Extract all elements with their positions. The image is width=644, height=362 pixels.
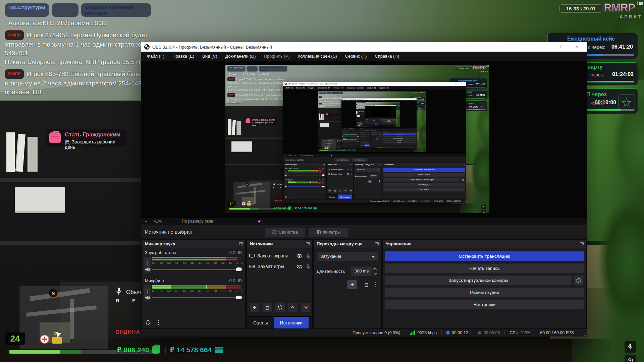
tab-scenes[interactable]: Сцены (247, 317, 274, 328)
chat-line: отправлен в тюрьму на 1 час администрато… (5, 40, 151, 58)
obs-preview-canvas[interactable]: Гос.Структуры Старший лейтенант юстиции … (141, 61, 587, 218)
controls-dock: Управление Остановить трансляцию Начать … (383, 240, 586, 328)
filters-button[interactable]: Фильтры (309, 227, 349, 237)
volume-slider[interactable] (152, 269, 241, 270)
fps-counter: 106 (637, 1, 643, 6)
sources-header[interactable]: Источники (247, 240, 312, 248)
move-down-button[interactable] (301, 303, 310, 312)
add-transition-button[interactable]: + (347, 280, 357, 289)
unlock-icon[interactable] (306, 264, 310, 269)
fit-to-window[interactable]: По размеру окна (182, 219, 213, 224)
tooltip-title: Стать Гражданским (65, 131, 120, 138)
bg-folder-stack (15, 187, 65, 211)
properties-button[interactable]: Свойства (265, 227, 305, 237)
stop-streaming-button[interactable]: Остановить трансляцию (385, 251, 584, 261)
virtual-camera-config-button[interactable] (574, 276, 583, 285)
slider-handle[interactable] (236, 296, 242, 299)
volume-slider[interactable] (152, 297, 241, 298)
menu-edit[interactable]: Правка (E) (168, 52, 198, 61)
close-button[interactable]: × (569, 42, 584, 52)
chat-line: в тюрьму на 2 часа администратором 254-1… (5, 79, 151, 88)
chat-line: Никита Смирнов, причина: NRP (ранее 15:5… (5, 58, 151, 66)
tab-sources[interactable]: Источники (274, 317, 309, 328)
transition-menu-button[interactable] (375, 282, 376, 287)
source-row-game-capture[interactable]: Захват игры (249, 261, 310, 272)
preview-zoom-row: – 41% + По размеру окна (141, 218, 587, 225)
chat-tabs: Гос.Структуры Старший лейтенант юстиции (5, 3, 151, 17)
resize-grip[interactable] (584, 333, 586, 336)
daily-case-label: с через: (588, 45, 605, 50)
popout-icon[interactable] (580, 242, 584, 245)
fps-status: 60.00 / 60.00 FPS (535, 330, 579, 335)
mute-button[interactable] (144, 294, 151, 301)
mixer-toolbar (146, 320, 159, 325)
chevron-down-icon[interactable] (258, 221, 261, 223)
start-recording-button[interactable]: Начать запись (385, 263, 584, 273)
slider-handle[interactable] (236, 267, 242, 271)
controls-header[interactable]: Управление (383, 240, 586, 248)
remove-source-button[interactable] (263, 303, 272, 312)
mixer-menu-button[interactable] (158, 320, 159, 325)
obs-titlebar[interactable]: OBS 32.0.4 - Профиль: Безымянный - Сцены… (141, 42, 587, 52)
source-label: Захват игры (258, 264, 284, 269)
source-toolbar-row: Источник не выбран Свойства Фильтры (141, 225, 587, 239)
menu-view[interactable]: Вид (V) (198, 52, 221, 61)
minimize-button[interactable]: – (540, 42, 554, 52)
transition-select[interactable]: Затухание (317, 251, 378, 261)
popout-icon[interactable] (375, 242, 379, 245)
source-row-display-capture[interactable]: Захват экрана (249, 251, 310, 261)
menu-scene-collection[interactable]: Коллекция сцен (S) (294, 52, 341, 61)
chevron-down-icon[interactable] (374, 271, 378, 275)
record-icon (478, 331, 481, 335)
duration-spinner[interactable] (372, 266, 378, 276)
advanced-audio-button gear-icon[interactable] (146, 320, 151, 325)
menu-tools[interactable]: Сервис (T) (341, 52, 371, 61)
menu-profile[interactable]: Профиль (P) (260, 52, 293, 61)
bp-time: 00:10:00 (595, 100, 616, 106)
obs-logo-icon (144, 44, 150, 50)
menu-help[interactable]: Справка (H) (371, 52, 403, 61)
chat-tab-3[interactable]: Старший лейтенант юстиции (81, 3, 151, 17)
studio-mode-button[interactable]: Режим студии (385, 288, 584, 297)
maximize-button[interactable]: □ (554, 42, 569, 52)
corner-target-button[interactable] (625, 355, 636, 362)
chat-tab-gos[interactable]: Гос.Структуры (5, 3, 49, 17)
server-district: АРБАТ (620, 14, 642, 19)
menu-file[interactable]: Файл (F) (143, 52, 168, 61)
eye-icon[interactable] (297, 254, 302, 258)
obs-window-title: OBS 32.0.4 - Профиль: Безымянный - Сцены… (152, 45, 272, 50)
corner-mic-button[interactable] (625, 341, 636, 353)
chat-tab-2[interactable] (52, 3, 78, 17)
duration-input[interactable]: 300 ms (351, 266, 372, 276)
rmrp-badge: RMRP (5, 69, 24, 79)
signal-bars-icon (410, 330, 415, 335)
popout-icon[interactable] (239, 242, 243, 245)
channel-db: 0.0 dB (229, 278, 242, 283)
channel-db: 0.0 dB (229, 250, 242, 255)
sources-toolbar: + (250, 303, 310, 312)
chevron-up-icon[interactable] (373, 267, 377, 271)
mute-button[interactable] (144, 266, 151, 273)
remove-transition-button[interactable] (361, 280, 371, 289)
add-source-button[interactable]: + (250, 303, 259, 312)
obs-statusbar: Пропуск кадров 0 (0.0%) 9025 kbps 00:00:… (141, 328, 587, 337)
compass-icon: N (49, 289, 57, 297)
transitions-header[interactable]: Переходы между сце... (314, 240, 381, 248)
money-bar: ₽ 906 240 || ₽ 14 578 664 (117, 346, 223, 354)
popout-icon[interactable] (306, 242, 310, 245)
settings-button[interactable]: Настройки (385, 300, 584, 309)
chat-line: причина: DB (5, 88, 151, 97)
zoom-in-button[interactable]: + (170, 219, 172, 224)
volume-meter (152, 285, 241, 287)
salary-time: 01:24:02 (612, 71, 634, 77)
source-properties-button gear-icon[interactable] (275, 303, 285, 312)
virtual-camera-button[interactable]: Запуск виртуальной камеры (385, 276, 572, 285)
move-up-button[interactable] (288, 303, 298, 312)
mixer-header[interactable]: Микшер звука (142, 240, 245, 248)
menu-docks[interactable]: Док-панели (D) (221, 52, 260, 61)
zoom-level: 41% (154, 219, 162, 224)
zoom-out-button[interactable]: – (145, 219, 147, 224)
server-logo-text: RMRP (604, 1, 635, 14)
eye-icon[interactable] (297, 265, 302, 268)
unlock-icon[interactable] (306, 253, 310, 258)
